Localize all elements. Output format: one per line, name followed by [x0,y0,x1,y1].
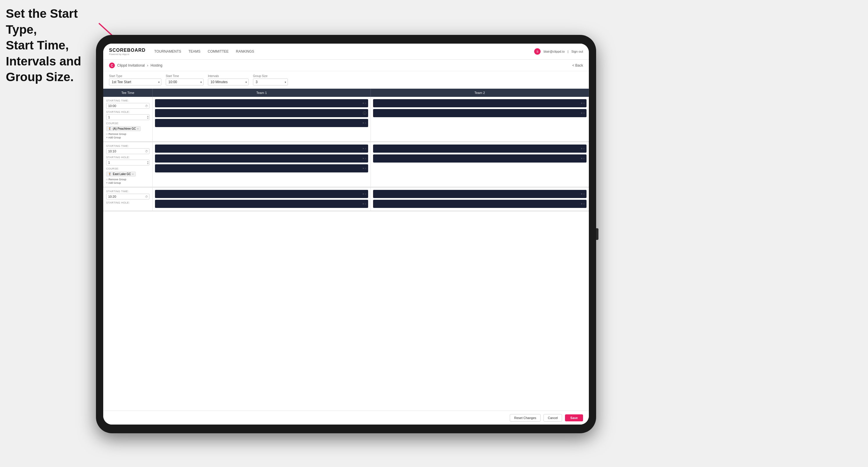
tee-group-2: STARTING TIME: ⏱ STARTING HOLE: ▲ ▼ [103,142,589,188]
starting-time-input-3[interactable] [106,194,150,199]
start-type-label: Start Type [109,74,161,77]
stepper-up-1[interactable]: ▲ [147,115,149,117]
user-avatar: b [534,48,540,55]
team2-slot-3-1: × ○ [373,190,587,198]
tournament-name[interactable]: Clippd Invitational [117,63,145,67]
col-tee-time: Tee Time [103,89,153,97]
top-nav: SCOREBOARD Powered by clipp.io TOURNAMEN… [103,43,589,60]
time-input-wrapper-2: ⏱ [106,148,150,154]
stepper-wrapper-2: ▲ ▼ [106,160,150,165]
starting-hole-label-3: STARTING HOLE: [106,201,150,204]
team2-slot-1-2: × ○ [373,109,587,117]
course-label-2: COURSE: [106,167,150,170]
nav-rankings[interactable]: RANKINGS [236,48,254,55]
course-icon-2: 🏌 [108,173,112,176]
starting-time-input-1[interactable] [106,103,150,109]
clock-icon-1: ⏱ [145,104,148,107]
action-links-1: ○ Remove Group + Add Group [106,133,150,139]
team1-cell-3: × ○ × ○ [153,188,371,211]
group-size-wrapper: 2 3 4 [253,79,288,86]
start-type-wrapper: 1st Tee Start Shotgun Start Rolling Star… [109,79,161,86]
slot-x-2-1[interactable]: × ○ [363,147,366,150]
course-remove-1[interactable]: × [137,127,138,130]
tee-group-3: STARTING TIME: ⏱ STARTING HOLE: × ○ [103,188,589,211]
team2-x-1-1[interactable]: × ○ [581,102,585,105]
hole-stepper-1[interactable] [106,114,150,120]
starting-hole-label-1: STARTING HOLE: [106,111,150,114]
team2-slot-1-1: × ○ [373,99,587,107]
main-content: STARTING TIME: ⏱ STARTING HOLE: ▲ ▼ [103,97,589,411]
team1-cell-2: × ○ × ○ × ○ [153,142,371,187]
tablet-side-button [596,228,598,240]
slot-x-1-3[interactable]: × ○ [363,122,366,124]
stepper-wrapper-1: ▲ ▼ [106,114,150,120]
stepper-up-2[interactable]: ▲ [147,160,149,162]
action-links-2: ○ Remove Group + Add Group [106,178,150,184]
cancel-button[interactable]: Cancel [544,414,562,422]
start-time-group: Start Time 10:00 09:00 09:30 10:30 [166,74,204,86]
hosting-section: Hosting [151,63,162,67]
group-size-select[interactable]: 2 3 4 [253,79,288,86]
stepper-down-2[interactable]: ▼ [147,162,149,164]
course-icon-1: 🏌 [108,127,112,130]
nav-teams[interactable]: TEAMS [188,48,200,55]
footer-bar: Reset Changes Cancel Save [103,411,589,425]
logo-text: SCOREBOARD [109,48,146,53]
slot-x-2-2[interactable]: × ○ [363,157,366,160]
stepper-down-1[interactable]: ▼ [147,117,149,119]
time-input-wrapper-3: ⏱ [106,194,150,199]
slot-x-1-1[interactable]: × ○ [363,102,366,105]
intervals-group: Intervals 5 Minutes 10 Minutes 15 Minute… [208,74,249,86]
player-slot-1-1: × ○ [155,99,368,107]
hole-stepper-2[interactable] [106,160,150,165]
annotation-group-size: Group Size [6,70,70,84]
tee-row-3-players: STARTING TIME: ⏱ STARTING HOLE: × ○ [103,188,589,211]
back-button[interactable]: < Back [572,63,583,67]
starting-time-label-1: STARTING TIME: [106,99,150,102]
team2-x-2-1[interactable]: × ○ [581,147,585,150]
player-slot-3-2: × ○ [155,200,368,208]
course-remove-2[interactable]: × [132,173,133,176]
clock-icon-2: ⏱ [145,150,148,153]
course-name-1: (A) Peachtree GC [113,127,136,130]
team2-cell-3: × ○ × ○ [371,188,589,211]
starting-time-input-2[interactable] [106,148,150,154]
start-time-select[interactable]: 10:00 09:00 09:30 10:30 [166,79,204,86]
remove-group-2[interactable]: ○ Remove Group [106,178,150,181]
team2-x-3-1[interactable]: × ○ [581,192,585,195]
stepper-arrows-1: ▲ ▼ [147,115,149,119]
stepper-arrows-2: ▲ ▼ [147,160,149,164]
breadcrumb-bar: C Clippd Invitational › Hosting < Back [103,60,589,71]
logo-area: SCOREBOARD Powered by clipp.io [109,48,146,56]
time-input-wrapper-1: ⏱ [106,103,150,109]
start-time-wrapper: 10:00 09:00 09:30 10:30 [166,79,204,86]
team2-cell-2: × ○ × ○ [371,142,589,187]
course-tag-1: 🏌 (A) Peachtree GC × [106,126,141,131]
slot-x-3-1[interactable]: × ○ [363,192,366,195]
team2-slot-2-1: × ○ [373,145,587,153]
start-type-select[interactable]: 1st Tee Start Shotgun Start Rolling Star… [109,79,161,86]
nav-committee[interactable]: COMMITTEE [208,48,228,55]
controls-bar: Start Type 1st Tee Start Shotgun Start R… [103,71,589,89]
save-button[interactable]: Save [565,414,583,422]
slot-x-3-2[interactable]: × ○ [363,203,366,205]
app-logo: C [109,63,115,68]
nav-tournaments[interactable]: TOURNAMENTS [154,48,181,55]
reset-changes-button[interactable]: Reset Changes [510,414,540,422]
team2-x-1-2[interactable]: × ○ [581,112,585,115]
annotation-and: and [56,54,81,68]
team2-x-3-2[interactable]: × ○ [581,203,585,205]
intervals-select[interactable]: 5 Minutes 10 Minutes 15 Minutes 20 Minut… [208,79,249,86]
sign-out-link[interactable]: Sign out [571,50,583,53]
add-group-1[interactable]: + Add Group [106,136,150,139]
remove-group-1[interactable]: ○ Remove Group [106,133,150,135]
logo-sub: Powered by clipp.io [109,53,146,56]
user-email: blair@clippd.io [544,50,564,53]
tee-left-3: STARTING TIME: ⏱ STARTING HOLE: [103,188,153,211]
slot-x-2-3[interactable]: × ○ [363,167,366,170]
starting-time-label-2: STARTING TIME: [106,145,150,148]
group-size-label: Group Size [253,74,288,77]
team2-x-2-2[interactable]: × ○ [581,157,585,160]
tee-row-1-players: STARTING TIME: ⏱ STARTING HOLE: ▲ ▼ [103,97,589,142]
add-group-2[interactable]: + Add Group [106,182,150,184]
